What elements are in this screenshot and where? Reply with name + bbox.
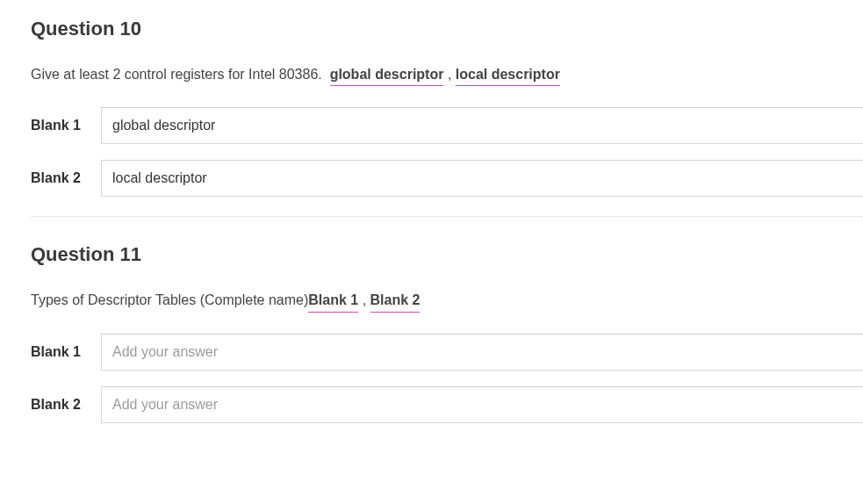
question-10-block: Question 10 Give at least 2 control regi… <box>31 18 863 197</box>
q11-blank1-label: Blank 1 <box>31 344 85 360</box>
q11-blank2-label: Blank 2 <box>31 397 85 413</box>
q10-blank2-row: Blank 2 <box>31 160 863 197</box>
question-11-prompt-text: Types of Descriptor Tables (Complete nam… <box>31 292 308 307</box>
question-10-title: Question 10 <box>31 18 863 40</box>
q10-blank2-input[interactable] <box>101 160 863 197</box>
q11-blank1-input[interactable] <box>101 334 863 371</box>
question-10-prompt-text: Give at least 2 control registers for In… <box>31 67 322 82</box>
question-11-sep: , <box>358 292 370 307</box>
question-10-fill1: global descriptor <box>330 65 444 86</box>
question-10-prompt: Give at least 2 control registers for In… <box>31 65 863 86</box>
question-11-fill1: Blank 1 <box>308 291 358 312</box>
q10-blank2-label: Blank 2 <box>31 170 85 186</box>
question-divider <box>31 216 863 217</box>
q10-blank1-label: Blank 1 <box>31 118 85 133</box>
q11-blank2-row: Blank 2 <box>31 386 863 423</box>
question-10-sep: , <box>448 67 456 82</box>
q10-blank1-input[interactable] <box>101 107 863 144</box>
question-11-title: Question 11 <box>31 243 863 266</box>
q11-blank1-row: Blank 1 <box>31 334 863 371</box>
question-11-prompt: Types of Descriptor Tables (Complete nam… <box>31 291 863 312</box>
question-10-fill2: local descriptor <box>456 65 560 86</box>
question-11-block: Question 11 Types of Descriptor Tables (… <box>31 243 863 422</box>
q11-blank2-input[interactable] <box>101 386 863 423</box>
question-11-fill2: Blank 2 <box>370 291 421 312</box>
q10-blank1-row: Blank 1 <box>31 107 863 144</box>
